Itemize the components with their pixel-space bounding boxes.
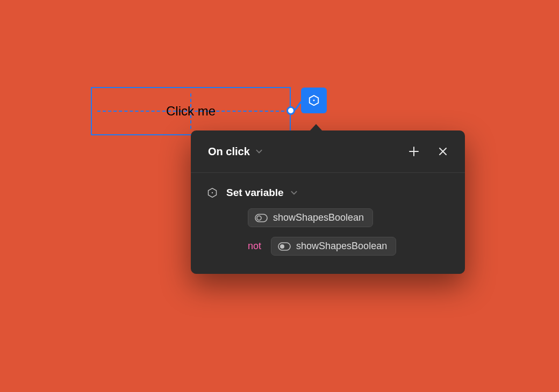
not-keyword[interactable]: not: [248, 241, 261, 252]
boolean-variable-icon: [278, 242, 291, 251]
boolean-variable-icon: [255, 214, 268, 222]
interaction-panel: On click Set vari: [191, 130, 465, 274]
add-action-button[interactable]: [406, 143, 422, 159]
panel-caret: [310, 124, 322, 131]
plus-icon: [408, 146, 420, 157]
prototype-connector-origin[interactable]: [286, 106, 295, 115]
target-variable-name: showShapesBoolean: [273, 212, 364, 223]
target-variable-pill[interactable]: showShapesBoolean: [248, 208, 373, 227]
close-panel-button[interactable]: [435, 143, 451, 159]
hexagon-dot-icon: [207, 187, 218, 198]
chevron-down-icon[interactable]: [290, 189, 298, 197]
close-icon: [438, 146, 448, 157]
action-type-label: Set variable: [226, 187, 284, 199]
value-variable-name: showShapesBoolean: [296, 241, 387, 252]
value-variable-pill[interactable]: showShapesBoolean: [271, 237, 396, 256]
selected-frame[interactable]: Click me: [91, 87, 291, 135]
svg-point-5: [280, 244, 284, 249]
svg-point-1: [212, 192, 213, 193]
chevron-down-icon[interactable]: [255, 148, 263, 155]
design-canvas[interactable]: Click me On click: [0, 0, 559, 392]
interaction-badge[interactable]: [301, 88, 327, 113]
value-expression-row: not showShapesBoolean: [248, 237, 451, 256]
target-variable-row: showShapesBoolean: [248, 208, 451, 227]
panel-body: Set variable showShapesBoolean: [191, 173, 465, 274]
selected-frame-label: Click me: [166, 105, 216, 118]
svg-point-0: [313, 100, 315, 101]
svg-point-3: [257, 216, 261, 220]
panel-header: On click: [191, 130, 465, 173]
action-type-row[interactable]: Set variable: [207, 187, 451, 199]
trigger-label[interactable]: On click: [208, 146, 250, 158]
hexagon-dot-icon: [308, 95, 320, 106]
